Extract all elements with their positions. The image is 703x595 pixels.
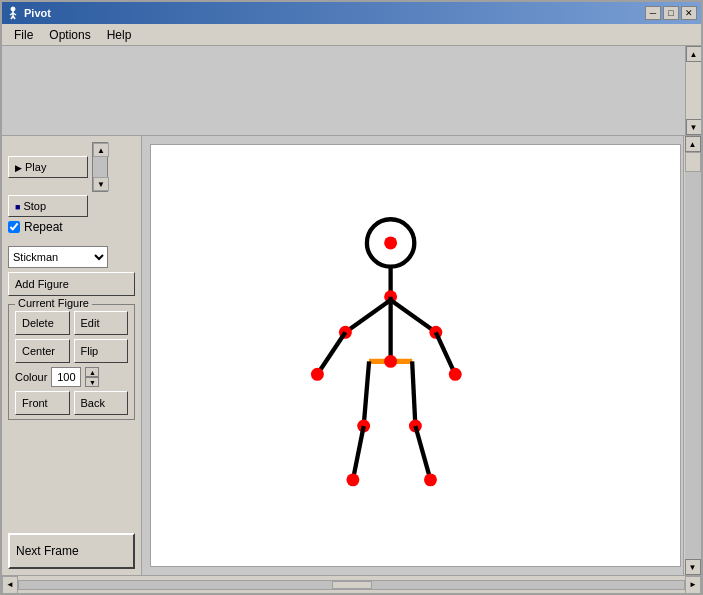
hip-dot bbox=[384, 354, 397, 367]
right-lower-arm bbox=[435, 332, 454, 374]
head-dot bbox=[384, 236, 397, 249]
svg-point-0 bbox=[11, 7, 15, 11]
repeat-row: Repeat bbox=[8, 220, 135, 234]
back-button[interactable]: Back bbox=[74, 391, 129, 415]
play-icon bbox=[15, 161, 22, 173]
playback-controls: Play ▲ ▼ Stop bbox=[8, 142, 135, 234]
stop-icon bbox=[15, 200, 20, 212]
current-figure-group: Current Figure Delete Edit Center bbox=[8, 304, 135, 420]
play-button[interactable]: Play bbox=[8, 156, 88, 178]
stickman-figure[interactable] bbox=[296, 216, 496, 496]
close-button[interactable]: ✕ bbox=[681, 6, 697, 20]
front-button[interactable]: Front bbox=[15, 391, 70, 415]
main-window: Pivot ─ □ ✕ File Options Help ▲ ▼ bbox=[0, 0, 703, 595]
figure-select[interactable]: Stickman bbox=[8, 246, 108, 268]
left-lower-leg bbox=[352, 426, 363, 480]
colour-value[interactable]: 100 bbox=[51, 367, 81, 387]
right-upper-leg bbox=[412, 361, 415, 426]
center-button[interactable]: Center bbox=[15, 339, 70, 363]
delete-label: Delete bbox=[22, 317, 54, 329]
title-bar-left: Pivot bbox=[6, 6, 51, 20]
left-upper-leg bbox=[363, 361, 368, 426]
canvas-area: ▲ ▼ bbox=[142, 136, 701, 575]
play-row: Play ▲ ▼ bbox=[8, 142, 135, 192]
app-icon bbox=[6, 6, 20, 20]
canvas[interactable] bbox=[150, 144, 681, 567]
canvas-scroll-thumb-v bbox=[685, 152, 701, 172]
colour-spinner: ▲ ▼ bbox=[85, 367, 99, 387]
right-upper-arm bbox=[390, 300, 435, 332]
right-hand-dot bbox=[448, 367, 461, 380]
right-lower-leg bbox=[415, 426, 430, 480]
maximize-button[interactable]: □ bbox=[663, 6, 679, 20]
scroll-left-arrow[interactable]: ◄ bbox=[2, 576, 18, 594]
delete-button[interactable]: Delete bbox=[15, 311, 70, 335]
window-title: Pivot bbox=[24, 7, 51, 19]
playback-scrollbar: ▲ ▼ bbox=[92, 142, 108, 192]
scroll-track-h bbox=[18, 580, 685, 590]
repeat-checkbox[interactable] bbox=[8, 221, 20, 233]
figure-section: Stickman Add Figure bbox=[8, 246, 135, 296]
colour-label: Colour bbox=[15, 371, 47, 383]
left-hand-dot bbox=[310, 367, 323, 380]
main-area: ▲ ▼ Play ▲ bbox=[2, 46, 701, 593]
stop-button[interactable]: Stop bbox=[8, 195, 88, 217]
colour-up-arrow[interactable]: ▲ bbox=[85, 367, 99, 377]
add-figure-label: Add Figure bbox=[15, 278, 69, 290]
next-frame-label: Next Frame bbox=[16, 544, 79, 558]
playback-scroll-up[interactable]: ▲ bbox=[93, 143, 109, 157]
flip-label: Flip bbox=[81, 345, 99, 357]
menu-options[interactable]: Options bbox=[41, 26, 98, 44]
left-foot-dot bbox=[346, 473, 359, 486]
right-foot-dot bbox=[424, 473, 437, 486]
minimize-button[interactable]: ─ bbox=[645, 6, 661, 20]
play-label: Play bbox=[25, 161, 46, 173]
back-label: Back bbox=[81, 397, 105, 409]
left-panel: Play ▲ ▼ Stop bbox=[2, 136, 142, 575]
playback-scroll-track bbox=[93, 157, 107, 177]
filmstrip-scroll-down[interactable]: ▼ bbox=[686, 119, 702, 135]
left-upper-arm bbox=[345, 300, 390, 332]
flip-button[interactable]: Flip bbox=[74, 339, 129, 363]
scroll-right-arrow[interactable]: ► bbox=[685, 576, 701, 594]
menu-help[interactable]: Help bbox=[99, 26, 140, 44]
canvas-scroll-down[interactable]: ▼ bbox=[685, 559, 701, 575]
next-frame-area: Next Frame bbox=[8, 525, 135, 569]
svg-line-5 bbox=[13, 16, 15, 19]
add-figure-button[interactable]: Add Figure bbox=[8, 272, 135, 296]
content-area: Play ▲ ▼ Stop bbox=[2, 136, 701, 575]
filmstrip-scrollbar: ▲ ▼ bbox=[685, 46, 701, 135]
delete-edit-row: Delete Edit bbox=[15, 311, 128, 335]
stop-label: Stop bbox=[23, 200, 46, 212]
canvas-scroll-track-v bbox=[685, 152, 701, 559]
edit-label: Edit bbox=[81, 317, 100, 329]
bottom-scrollbar: ◄ ► bbox=[2, 575, 701, 593]
next-frame-button[interactable]: Next Frame bbox=[8, 533, 135, 569]
filmstrip: ▲ ▼ bbox=[2, 46, 701, 136]
edit-button[interactable]: Edit bbox=[74, 311, 129, 335]
center-label: Center bbox=[22, 345, 55, 357]
repeat-label: Repeat bbox=[24, 220, 63, 234]
title-bar: Pivot ─ □ ✕ bbox=[2, 2, 701, 24]
current-figure-title: Current Figure bbox=[15, 297, 92, 309]
menu-file[interactable]: File bbox=[6, 26, 41, 44]
center-flip-row: Center Flip bbox=[15, 339, 128, 363]
figure-dropdown-row: Stickman bbox=[8, 246, 135, 268]
canvas-scrollbar-v: ▲ ▼ bbox=[683, 136, 701, 575]
title-buttons: ─ □ ✕ bbox=[645, 6, 697, 20]
colour-down-arrow[interactable]: ▼ bbox=[85, 377, 99, 387]
menu-bar: File Options Help bbox=[2, 24, 701, 46]
stop-row: Stop bbox=[8, 195, 135, 217]
playback-scroll-down[interactable]: ▼ bbox=[93, 177, 109, 191]
filmstrip-scroll-up[interactable]: ▲ bbox=[686, 46, 702, 62]
scroll-thumb-h bbox=[332, 581, 372, 589]
front-label: Front bbox=[22, 397, 48, 409]
colour-row: Colour 100 ▲ ▼ bbox=[15, 367, 128, 387]
front-back-row: Front Back bbox=[15, 391, 128, 415]
canvas-scroll-up[interactable]: ▲ bbox=[685, 136, 701, 152]
left-lower-arm bbox=[317, 332, 345, 374]
